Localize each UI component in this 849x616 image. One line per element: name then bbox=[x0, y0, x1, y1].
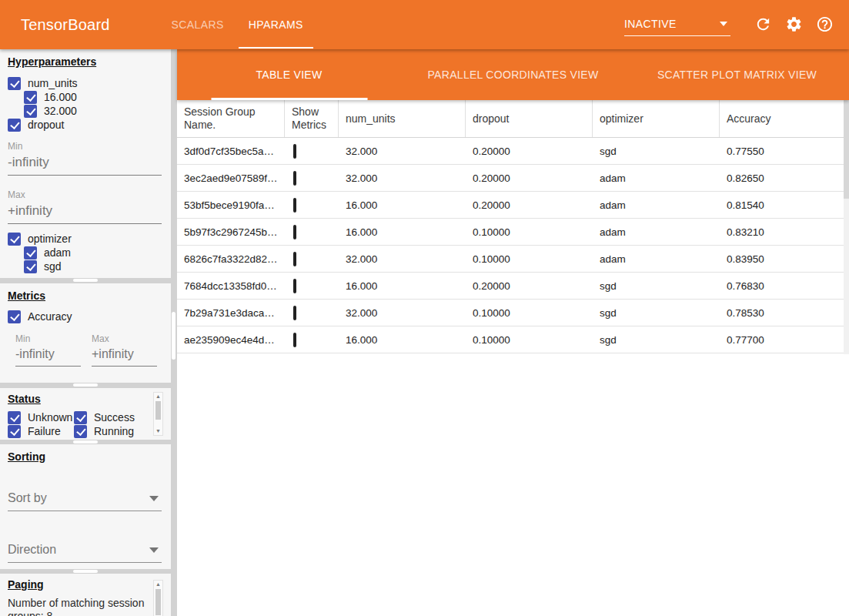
panel-resize-divider[interactable] bbox=[0, 383, 171, 388]
paging-heading: Paging bbox=[8, 578, 163, 591]
chevron-down-icon bbox=[149, 496, 159, 501]
accuracy-max-input[interactable] bbox=[92, 346, 157, 367]
chevron-down-icon bbox=[149, 547, 159, 553]
tab-scalars[interactable]: SCALARS bbox=[162, 0, 234, 49]
num-units-value: 32.000 bbox=[339, 172, 466, 184]
status-dropdown[interactable]: INACTIVE bbox=[624, 18, 730, 36]
status-heading: Status bbox=[8, 393, 163, 405]
num-units-value: 16.000 bbox=[339, 226, 466, 238]
session-group-name: 7684dcc13358fd0… bbox=[177, 280, 285, 292]
matching-groups-count: Number of matching session groups: 8 bbox=[8, 597, 151, 616]
session-group-name: 6826c7fa3322d82… bbox=[177, 253, 285, 265]
show-metrics-checkbox[interactable] bbox=[293, 333, 296, 347]
dropout-max-label: Max bbox=[8, 189, 163, 200]
running-checkbox[interactable] bbox=[74, 425, 87, 438]
scroll-up-icon[interactable]: ▲ bbox=[154, 581, 162, 588]
sort-by-dropdown[interactable]: Sort by bbox=[8, 491, 162, 511]
num-units-checkbox[interactable] bbox=[8, 77, 21, 90]
status-scrollbar[interactable]: ▲ ▼ bbox=[153, 392, 163, 436]
hparam-value-32: 32.000 bbox=[24, 104, 163, 118]
direction-dropdown[interactable]: Direction bbox=[8, 543, 162, 563]
scroll-thumb[interactable] bbox=[155, 589, 161, 615]
accuracy-max-label: Max bbox=[92, 333, 157, 344]
help-button[interactable] bbox=[815, 15, 834, 34]
scroll-down-icon[interactable]: ▼ bbox=[154, 427, 162, 435]
optimizer-value: adam bbox=[593, 172, 720, 184]
accuracy-min-label: Min bbox=[15, 333, 81, 344]
tab-parallel-coordinates-view[interactable]: PARALLEL COORDINATES VIEW bbox=[401, 49, 625, 100]
dropout-value: 0.20000 bbox=[466, 146, 593, 157]
chevron-down-icon bbox=[720, 22, 727, 26]
session-group-name: 53bf5bece9190fa… bbox=[177, 199, 285, 211]
col-num-units: num_units bbox=[339, 100, 466, 137]
tab-table-view[interactable]: TABLE VIEW bbox=[177, 49, 401, 100]
table-row: 53bf5bece9190fa… 16.000 0.20000 adam 0.8… bbox=[177, 192, 849, 219]
accuracy-min-input[interactable] bbox=[15, 346, 81, 367]
status-unknown: Unknown bbox=[8, 410, 74, 424]
dropout-max-input[interactable] bbox=[8, 202, 162, 224]
help-icon bbox=[816, 24, 834, 35]
num-units-value: 16.000 bbox=[339, 199, 466, 211]
hparam-optimizer: optimizer bbox=[8, 232, 163, 246]
metrics-panel: Metrics Accuracy Min Max bbox=[0, 283, 171, 383]
accuracy-value: 0.76830 bbox=[720, 280, 849, 292]
dropout-value: 0.20000 bbox=[466, 199, 593, 211]
dropout-value: 0.10000 bbox=[466, 226, 593, 238]
accuracy-value: 0.83210 bbox=[720, 226, 849, 238]
col-dropout: dropout bbox=[466, 100, 593, 137]
gear-icon bbox=[785, 24, 803, 35]
num-units-value: 32.000 bbox=[339, 307, 466, 319]
show-metrics-checkbox[interactable] bbox=[293, 306, 296, 320]
col-accuracy: Accuracy bbox=[720, 100, 849, 137]
table-scrollbar[interactable] bbox=[844, 100, 849, 354]
dropout-value: 0.10000 bbox=[466, 307, 593, 319]
dropout-checkbox[interactable] bbox=[8, 119, 21, 132]
session-group-name: 3df0d7cf35bec5a… bbox=[177, 146, 285, 157]
tab-scatter-plot-matrix-view[interactable]: SCATTER PLOT MATRIX VIEW bbox=[625, 49, 849, 100]
status-running: Running bbox=[74, 424, 163, 438]
session-group-name: 5b97f3c2967245b… bbox=[177, 226, 285, 238]
show-metrics-checkbox[interactable] bbox=[293, 279, 296, 293]
show-metrics-checkbox[interactable] bbox=[293, 171, 296, 186]
col-session-group-name: Session Group Name. bbox=[177, 100, 285, 137]
status-panel: Status Unknown Success Failure Running bbox=[0, 388, 171, 440]
dropout-value: 0.20000 bbox=[466, 280, 593, 292]
hparam-value-sgd: sgd bbox=[24, 259, 163, 273]
table-row: 6826c7fa3322d82… 32.000 0.10000 adam 0.8… bbox=[177, 246, 849, 273]
scroll-thumb[interactable] bbox=[155, 401, 161, 420]
success-checkbox[interactable] bbox=[74, 411, 87, 424]
sgd-checkbox[interactable] bbox=[24, 260, 37, 273]
show-metrics-checkbox[interactable] bbox=[293, 198, 296, 213]
scroll-thumb[interactable] bbox=[844, 100, 849, 199]
failure-checkbox[interactable] bbox=[8, 425, 21, 438]
adam-checkbox[interactable] bbox=[24, 246, 37, 259]
dropout-min-input[interactable] bbox=[8, 153, 162, 176]
table-row: 7684dcc13358fd0… 16.000 0.20000 sgd 0.76… bbox=[177, 273, 849, 300]
col-optimizer: optimizer bbox=[593, 100, 720, 137]
accuracy-value: 0.77550 bbox=[720, 146, 849, 157]
refresh-icon bbox=[754, 24, 772, 35]
tab-hparams[interactable]: HPARAMS bbox=[239, 0, 313, 49]
accuracy-value: 0.81540 bbox=[720, 199, 849, 211]
accuracy-value: 0.78530 bbox=[720, 307, 849, 319]
show-metrics-checkbox[interactable] bbox=[293, 144, 296, 159]
accuracy-checkbox[interactable] bbox=[8, 310, 21, 323]
settings-button[interactable] bbox=[784, 15, 803, 34]
col-show-metrics: Show Metrics bbox=[285, 100, 339, 137]
scroll-up-icon[interactable]: ▲ bbox=[154, 393, 162, 400]
paging-scrollbar[interactable]: ▲ bbox=[153, 580, 163, 616]
value-16-checkbox[interactable] bbox=[24, 91, 37, 104]
status-dropdown-value: INACTIVE bbox=[624, 18, 677, 30]
refresh-button[interactable] bbox=[754, 15, 772, 34]
value-32-checkbox[interactable] bbox=[24, 105, 37, 118]
show-metrics-checkbox[interactable] bbox=[293, 252, 296, 266]
resize-handle-icon bbox=[73, 440, 98, 444]
sorting-heading: Sorting bbox=[8, 450, 163, 463]
panel-resize-divider[interactable] bbox=[0, 278, 171, 283]
show-metrics-checkbox[interactable] bbox=[293, 225, 296, 239]
sidebar-resize-divider[interactable] bbox=[171, 49, 177, 616]
paging-panel: Paging Number of matching session groups… bbox=[0, 574, 171, 616]
accuracy-value: 0.83950 bbox=[720, 253, 849, 265]
unknown-checkbox[interactable] bbox=[8, 411, 21, 424]
optimizer-checkbox[interactable] bbox=[8, 233, 21, 246]
